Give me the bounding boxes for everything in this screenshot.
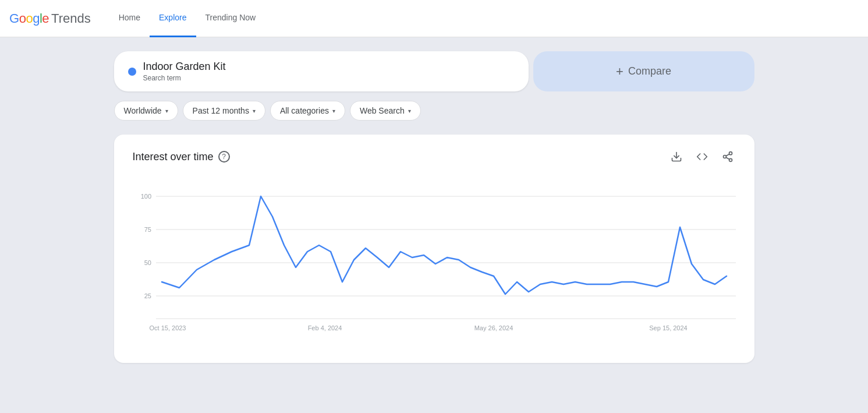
logo: Google Trends [9,11,91,26]
search-term-sublabel: Search term [143,74,226,82]
interest-chart: 100 75 50 25 Oct 15, 2023 Feb 4, 2024 Ma… [133,179,736,342]
chart-area: Interest over time ? [114,135,754,363]
x-label-feb: Feb 4, 2024 [307,324,342,331]
compare-plus-icon: + [616,64,623,79]
nav-trending-now[interactable]: Trending Now [196,0,265,37]
chevron-down-icon: ▾ [408,108,411,114]
x-label-sep: Sep 15, 2024 [649,324,687,331]
embed-button[interactable] [694,149,710,165]
chart-header: Interest over time ? [133,149,736,165]
search-area: Indoor Garden Kit Search term + Compare [114,51,754,91]
y-label-75: 75 [144,226,151,233]
trends-logo: Trends [51,11,91,26]
filter-worldwide[interactable]: Worldwide ▾ [114,101,178,121]
help-icon[interactable]: ? [218,151,230,163]
filter-worldwide-label: Worldwide [124,106,162,115]
download-icon [671,151,682,163]
search-dot [128,68,136,76]
filter-categories[interactable]: All categories ▾ [270,101,345,121]
y-label-25: 25 [144,292,151,299]
search-term-box: Indoor Garden Kit Search term [114,51,529,91]
filter-search-type-label: Web Search [360,106,405,115]
download-button[interactable] [668,149,685,165]
share-icon [722,151,734,163]
x-label-may: May 26, 2024 [474,324,513,331]
filter-time[interactable]: Past 12 months ▾ [183,101,265,121]
chevron-down-icon: ▾ [165,108,168,114]
compare-box[interactable]: + Compare [533,51,754,91]
share-button[interactable] [720,149,736,165]
chevron-down-icon: ▾ [253,108,256,114]
svg-line-5 [726,154,729,156]
x-label-oct: Oct 15, 2023 [149,324,186,331]
embed-icon [696,151,708,163]
trend-line [162,196,727,294]
filter-time-label: Past 12 months [193,106,249,115]
nav-explore[interactable]: Explore [150,0,196,37]
filter-categories-label: All categories [280,106,329,115]
filters-area: Worldwide ▾ Past 12 months ▾ All categor… [114,101,754,121]
search-term-content: Indoor Garden Kit Search term [143,61,226,82]
nav-home[interactable]: Home [109,0,150,37]
chart-container: 100 75 50 25 Oct 15, 2023 Feb 4, 2024 Ma… [133,179,736,344]
google-logo: Google [9,11,49,26]
compare-label: Compare [628,65,671,77]
header: Google Trends Home Explore Trending Now [0,0,868,37]
search-term-name: Indoor Garden Kit [143,61,226,73]
svg-line-4 [726,157,729,159]
chart-title-area: Interest over time ? [133,151,230,163]
main-content: Indoor Garden Kit Search term + Compare … [0,37,868,377]
main-nav: Home Explore Trending Now [109,0,265,37]
y-label-50: 50 [144,259,151,266]
filter-search-type[interactable]: Web Search ▾ [350,101,421,121]
chart-title: Interest over time [133,151,214,163]
y-label-100: 100 [140,193,151,200]
chevron-down-icon: ▾ [332,108,335,114]
chart-actions [668,149,736,165]
